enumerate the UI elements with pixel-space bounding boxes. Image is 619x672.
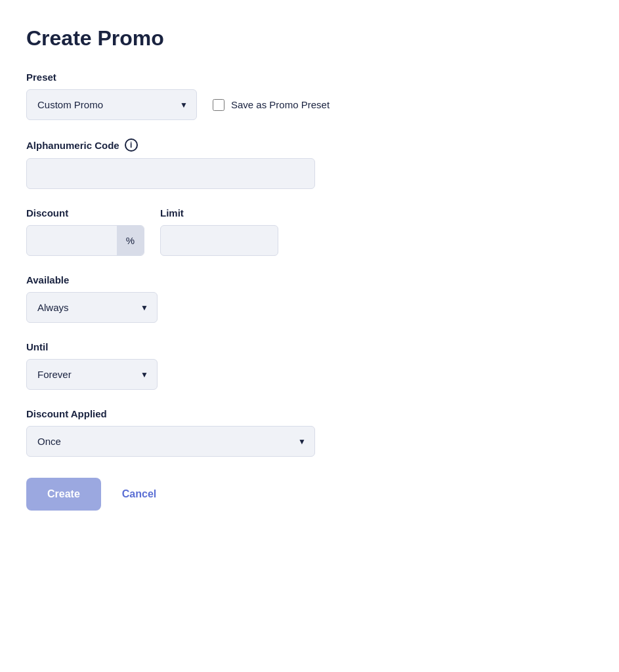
alphanumeric-code-section: Alphanumeric Code i [26, 138, 593, 189]
discount-applied-label: Discount Applied [26, 408, 593, 419]
alphanumeric-code-label: Alphanumeric Code i [26, 138, 593, 152]
limit-input[interactable] [160, 225, 278, 256]
info-icon[interactable]: i [125, 138, 138, 152]
limit-label: Limit [160, 207, 278, 219]
discount-limit-row: Discount % Limit [26, 207, 593, 256]
page-title: Create Promo [26, 26, 593, 51]
discount-input-wrapper: % [26, 225, 144, 256]
available-select-wrapper: Always Date Range Specific Date ▼ [26, 292, 158, 323]
discount-label: Discount [26, 207, 144, 219]
available-section: Available Always Date Range Specific Dat… [26, 274, 593, 323]
preset-label: Preset [26, 72, 593, 83]
preset-row: Custom Promo ▼ Save as Promo Preset [26, 89, 593, 120]
available-select[interactable]: Always Date Range Specific Date [26, 292, 158, 323]
preset-section: Preset Custom Promo ▼ Save as Promo Pres… [26, 72, 593, 120]
discount-group: Discount % [26, 207, 144, 256]
discount-applied-select-wrapper: Once Every Time First Time ▼ [26, 426, 315, 457]
until-section: Until Forever Date Number of Uses ▼ [26, 341, 593, 390]
buttons-row: Create Cancel [26, 478, 593, 511]
until-select-wrapper: Forever Date Number of Uses ▼ [26, 359, 158, 390]
save-as-preset-text: Save as Promo Preset [231, 99, 330, 110]
discount-applied-section: Discount Applied Once Every Time First T… [26, 408, 593, 457]
create-button[interactable]: Create [26, 478, 101, 511]
percent-badge: % [117, 226, 144, 255]
discount-applied-select[interactable]: Once Every Time First Time [26, 426, 315, 457]
available-label: Available [26, 274, 593, 285]
save-as-preset-checkbox[interactable] [213, 99, 224, 111]
until-select[interactable]: Forever Date Number of Uses [26, 359, 158, 390]
limit-group: Limit [160, 207, 278, 256]
discount-input[interactable] [27, 226, 117, 255]
preset-select-wrapper: Custom Promo ▼ [26, 89, 197, 120]
preset-select[interactable]: Custom Promo [26, 89, 197, 120]
cancel-button[interactable]: Cancel [117, 478, 161, 511]
alphanumeric-code-input[interactable] [26, 158, 315, 189]
save-as-preset-label[interactable]: Save as Promo Preset [213, 99, 330, 111]
discount-limit-section: Discount % Limit [26, 207, 593, 256]
until-label: Until [26, 341, 593, 352]
